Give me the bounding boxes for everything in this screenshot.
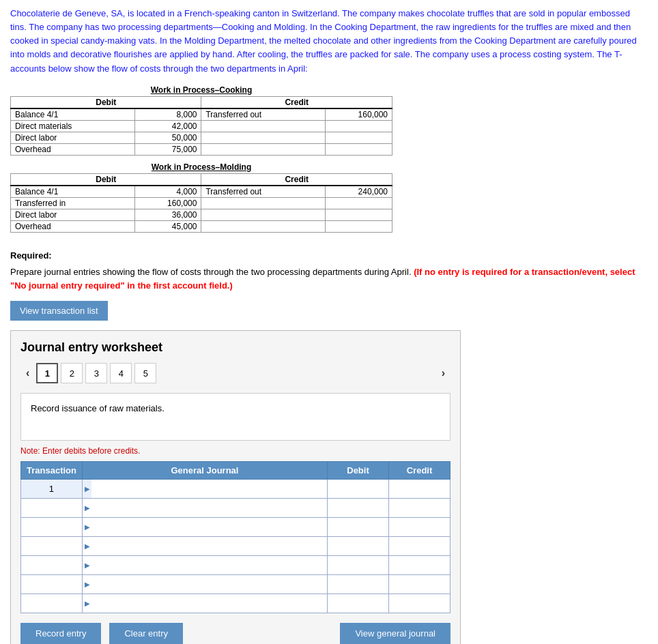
action-buttons-row: Record entry Clear entry View general jo… (20, 623, 450, 644)
debit-input[interactable] (328, 499, 388, 517)
table-row: Balance 4/1 8,000 Transferred out 160,00… (11, 108, 392, 121)
general-journal-input[interactable] (91, 556, 327, 574)
prev-page-button[interactable]: ‹ (20, 364, 35, 382)
cooking-credit-header: Credit (201, 96, 392, 108)
transaction-cell: 1 (21, 480, 83, 499)
cooking-debit-amount-0: 8,000 (134, 108, 201, 121)
clear-entry-button[interactable]: Clear entry (109, 623, 183, 644)
table-row: Transferred in 160,000 (11, 197, 392, 209)
general-journal-input[interactable] (91, 594, 327, 613)
cooking-credit-amount-0: 160,000 (326, 108, 392, 121)
transaction-cell (21, 499, 83, 518)
cooking-debit-amount-2: 50,000 (134, 132, 201, 143)
credit-cell[interactable] (389, 556, 450, 575)
worksheet-instruction-box: Record issuance of raw materials. (20, 393, 450, 441)
general-journal-cell[interactable] (91, 556, 327, 575)
general-journal-cell[interactable] (91, 480, 327, 499)
transaction-cell (21, 537, 83, 556)
row-arrow-icon: ▶ (82, 537, 91, 556)
record-entry-button[interactable]: Record entry (20, 623, 101, 644)
col-header-transaction: Transaction (21, 462, 83, 480)
debit-cell[interactable] (328, 480, 389, 499)
cooking-credit-label-0: Transferred out (201, 108, 326, 121)
debit-input[interactable] (328, 537, 388, 555)
general-journal-input[interactable] (91, 480, 327, 498)
table-row: ▶ (21, 594, 450, 613)
credit-input[interactable] (389, 594, 450, 613)
molding-debit-amount-0: 4,000 (134, 186, 201, 198)
page-2-button[interactable]: 2 (61, 363, 83, 383)
table-row: ▶ (21, 518, 450, 537)
molding-credit-label-0: Transferred out (201, 186, 326, 198)
general-journal-cell[interactable] (91, 518, 327, 537)
note-text: Note: Enter debits before credits. (20, 446, 450, 456)
view-general-journal-button[interactable]: View general journal (340, 623, 450, 644)
credit-cell[interactable] (389, 575, 450, 594)
cooking-debit-amount-3: 75,000 (134, 143, 201, 155)
credit-cell[interactable] (389, 537, 450, 556)
table-row: ▶ (21, 499, 450, 518)
molding-debit-label-2: Direct labor (11, 209, 135, 220)
t-account-molding-title: Work in Process–Molding (10, 162, 392, 172)
credit-input[interactable] (389, 575, 450, 594)
table-row: Direct materials 42,000 (11, 120, 392, 132)
worksheet-instruction-text: Record issuance of raw materials. (31, 403, 164, 413)
credit-cell[interactable] (389, 499, 450, 518)
page-5-button[interactable]: 5 (134, 363, 156, 383)
molding-debit-label-3: Overhead (11, 220, 135, 232)
credit-cell[interactable] (389, 518, 450, 537)
general-journal-cell[interactable] (91, 537, 327, 556)
next-page-button[interactable]: › (436, 364, 450, 382)
cooking-debit-label-2: Direct labor (11, 132, 135, 143)
debit-input[interactable] (328, 518, 388, 536)
general-journal-input[interactable] (91, 575, 327, 594)
table-row: ▶ (21, 556, 450, 575)
debit-cell[interactable] (328, 518, 389, 537)
credit-cell[interactable] (389, 594, 450, 613)
col-header-general-journal: General Journal (82, 462, 327, 480)
general-journal-input[interactable] (91, 537, 327, 555)
cooking-debit-header: Debit (11, 96, 201, 108)
transaction-cell (21, 556, 83, 575)
debit-input[interactable] (328, 594, 388, 613)
page-3-button[interactable]: 3 (85, 363, 107, 383)
entry-table: Transaction General Journal Debit Credit… (20, 461, 450, 613)
debit-cell[interactable] (328, 556, 389, 575)
col-header-credit: Credit (389, 462, 450, 480)
molding-debit-amount-1: 160,000 (134, 197, 201, 209)
credit-cell[interactable] (389, 480, 450, 499)
worksheet-title: Journal entry worksheet (20, 340, 450, 355)
row-arrow-icon: ▶ (82, 556, 91, 575)
table-row: Direct labor 36,000 (11, 209, 392, 220)
page-4-button[interactable]: 4 (110, 363, 132, 383)
general-journal-cell[interactable] (91, 594, 327, 613)
debit-input[interactable] (328, 480, 388, 498)
transaction-cell (21, 518, 83, 537)
cooking-debit-amount-1: 42,000 (134, 120, 201, 132)
debit-cell[interactable] (328, 594, 389, 613)
t-account-molding-table: Debit Credit Balance 4/1 4,000 Transferr… (10, 173, 392, 233)
molding-debit-label-1: Transferred in (11, 197, 135, 209)
debit-cell[interactable] (328, 499, 389, 518)
t-account-cooking-table: Debit Credit Balance 4/1 8,000 Transferr… (10, 96, 392, 156)
view-transaction-list-button[interactable]: View transaction list (10, 301, 108, 321)
credit-input[interactable] (389, 537, 450, 555)
general-journal-cell[interactable] (91, 499, 327, 518)
intro-paragraph: Chocolaterie de Geneve, SA, is located i… (10, 7, 648, 76)
debit-cell[interactable] (328, 537, 389, 556)
debit-cell[interactable] (328, 575, 389, 594)
general-journal-input[interactable] (91, 499, 327, 517)
table-row: Overhead 75,000 (11, 143, 392, 155)
credit-input[interactable] (389, 499, 450, 517)
general-journal-input[interactable] (91, 518, 327, 536)
debit-input[interactable] (328, 556, 388, 574)
credit-input[interactable] (389, 518, 450, 536)
row-arrow-icon: ▶ (82, 594, 91, 613)
credit-input[interactable] (389, 480, 450, 498)
t-account-cooking-title: Work in Process–Cooking (10, 85, 392, 95)
credit-input[interactable] (389, 556, 450, 574)
general-journal-cell[interactable] (91, 575, 327, 594)
debit-input[interactable] (328, 575, 388, 594)
table-row: Direct labor 50,000 (11, 132, 392, 143)
page-1-button[interactable]: 1 (36, 363, 58, 383)
